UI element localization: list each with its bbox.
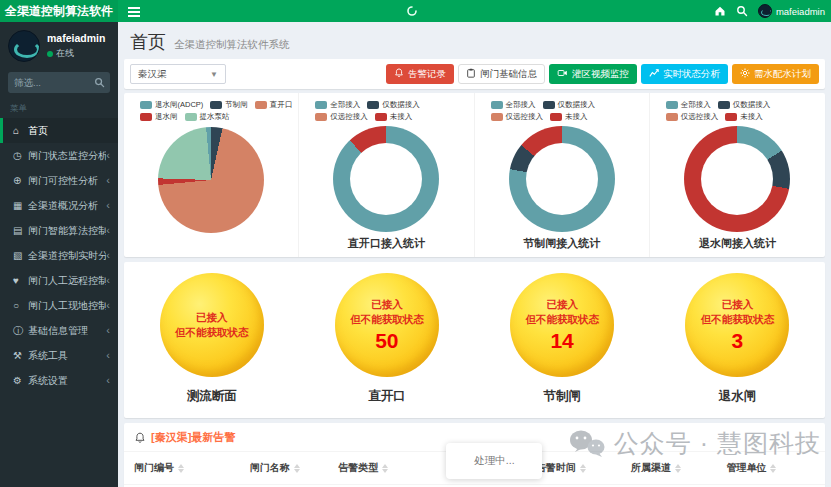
legend-color-chip — [140, 113, 152, 121]
ball-note-line1: 已接入 — [371, 297, 403, 312]
processing-indicator: 处理中... — [446, 443, 542, 479]
legend-item[interactable]: 全部接入 — [491, 100, 536, 110]
sidebar-item-4[interactable]: ▤闸门智能算法控制‹ — [0, 218, 118, 243]
video-icon — [557, 68, 568, 80]
alarm-column-header-4[interactable]: 所属渠道 — [631, 461, 726, 475]
wrench-icon: ⚒ — [13, 350, 28, 361]
sidebar-item-label: 闸门可控性分析 — [28, 174, 106, 188]
toolbar-button-2[interactable]: 灌区视频监控 — [549, 64, 637, 84]
sidebar-item-label: 全渠道概况分析 — [28, 199, 106, 213]
legend-item[interactable]: 未接入 — [375, 112, 413, 122]
legend-label: 退水闸 — [155, 112, 178, 122]
legend-color-chip — [491, 101, 503, 109]
stats-panel: 已接入但不能获取状态测流断面已接入但不能获取状态50直开口已接入但不能获取状态1… — [124, 262, 825, 418]
search-icon[interactable] — [736, 5, 749, 18]
chart-title: 退水闸接入统计 — [654, 236, 821, 251]
chart-legend: 退水闸(ADCP)节制闸直开口退水闸提水泵站 — [128, 100, 294, 122]
legend-item[interactable]: 仅远控接入 — [315, 112, 368, 122]
chart-legend: 全部接入仅数据接入仅远控接入未接入 — [303, 100, 469, 122]
chevron-left-icon: ‹ — [106, 300, 110, 311]
legend-item[interactable]: 仅远控接入 — [491, 112, 544, 122]
chevron-left-icon: ‹ — [106, 150, 110, 161]
globe-icon: ⊕ — [13, 175, 28, 186]
avatar[interactable] — [8, 30, 40, 62]
sidebar-item-10[interactable]: ⚙系统设置‹ — [0, 368, 118, 393]
sort-icon — [382, 464, 388, 473]
sidebar-item-3[interactable]: ▦全渠道概况分析‹ — [0, 193, 118, 218]
legend-color-chip — [255, 101, 267, 109]
stat-0: 已接入但不能获取状态测流断面 — [124, 262, 299, 418]
legend-item[interactable]: 直开口 — [255, 100, 293, 110]
toolbar-button-1[interactable]: 闸门基础信息 — [458, 64, 545, 84]
ball-note-line2: 但不能获取状态 — [525, 312, 599, 327]
gear-icon: ⚙ — [13, 375, 28, 386]
sidebar-item-1[interactable]: ◷闸门状态监控分析‹ — [0, 143, 118, 168]
legend-item[interactable]: 退水闸 — [140, 112, 178, 122]
charts-panel: 退水闸(ADCP)节制闸直开口退水闸提水泵站全部接入仅数据接入仅远控接入未接入直… — [124, 93, 825, 257]
status-ball: 已接入但不能获取状态14 — [510, 273, 614, 377]
sidebar-item-8[interactable]: ⓘ基础信息管理‹ — [0, 318, 118, 343]
legend-color-chip — [210, 101, 222, 109]
ball-note-line1: 已接入 — [722, 297, 754, 312]
legend-color-chip — [543, 101, 555, 109]
legend-item[interactable]: 未接入 — [725, 112, 763, 122]
sidebar-item-2[interactable]: ⊕闸门可控性分析‹ — [0, 168, 118, 193]
legend-color-chip — [375, 113, 387, 121]
toolbar-button-label: 实时状态分析 — [663, 68, 720, 81]
chart-2: 全部接入仅数据接入仅远控接入未接入节制闸接入统计 — [475, 93, 650, 257]
chart-3: 全部接入仅数据接入仅远控接入未接入退水闸接入统计 — [650, 93, 825, 257]
chevron-left-icon: ‹ — [106, 250, 110, 261]
legend-item[interactable]: 仅远控接入 — [666, 112, 719, 122]
sort-icon — [675, 464, 681, 473]
alarm-column-header-3[interactable]: 告警时间 — [536, 461, 631, 475]
legend-color-chip — [666, 113, 678, 121]
sidebar-toggle-hamburger-icon[interactable] — [128, 5, 142, 17]
info-icon: ⓘ — [13, 324, 28, 338]
chevron-left-icon: ‹ — [106, 200, 110, 211]
legend-color-chip — [491, 113, 503, 121]
sidebar-item-5[interactable]: ▧全渠道控制实时分析‹ — [0, 243, 118, 268]
sidebar-item-6[interactable]: ♥闸门人工远程控制‹ — [0, 268, 118, 293]
alarm-column-header-5[interactable]: 管理单位 — [726, 461, 815, 475]
app-logo-title[interactable]: 全渠道控制算法软件 — [0, 0, 118, 22]
sidebar-item-label: 首页 — [28, 124, 110, 138]
navbar-user[interactable]: mafeiadmin — [758, 4, 825, 18]
column-label: 闸门名称 — [250, 461, 290, 475]
legend-item[interactable]: 节制闸 — [210, 100, 248, 110]
sidebar-filter-input[interactable] — [8, 77, 88, 88]
sidebar-item-7[interactable]: ○闸门人工现地控制‹ — [0, 293, 118, 318]
chart-title: 节制闸接入统计 — [479, 236, 645, 251]
alarm-column-header-1[interactable]: 闸门名称 — [250, 461, 339, 475]
legend-item[interactable]: 仅数据接入 — [718, 100, 771, 110]
toolbar-button-3[interactable]: 实时状态分析 — [641, 64, 728, 84]
legend-item[interactable]: 退水闸(ADCP) — [140, 100, 203, 110]
legend-item[interactable]: 仅数据接入 — [543, 100, 596, 110]
alarm-column-header-0[interactable]: 闸门编号 — [134, 461, 250, 475]
toolbar-button-0[interactable]: 告警记录 — [386, 64, 454, 84]
chevron-left-icon: ‹ — [106, 325, 110, 336]
circle-icon: ○ — [13, 300, 28, 311]
channel-select[interactable]: 秦汉渠 ▼ — [130, 64, 226, 84]
clock-icon: ◷ — [13, 150, 28, 161]
pie-chart — [158, 127, 264, 233]
sidebar-search-button[interactable] — [88, 72, 110, 93]
sidebar-item-label: 系统设置 — [28, 374, 106, 388]
donut-chart — [333, 126, 439, 232]
toolbar-button-4[interactable]: 需水配水计划 — [732, 64, 819, 84]
legend-item[interactable]: 全部接入 — [315, 100, 360, 110]
stat-label: 测流断面 — [187, 388, 237, 405]
sidebar-menu: ⌂首页◷闸门状态监控分析‹⊕闸门可控性分析‹▦全渠道概况分析‹▤闸门智能算法控制… — [0, 118, 118, 393]
donut-chart — [684, 126, 790, 232]
legend-item[interactable]: 全部接入 — [666, 100, 711, 110]
legend-item[interactable]: 提水泵站 — [185, 112, 230, 122]
top-navbar: 全渠道控制算法软件 mafeiadmin — [0, 0, 831, 22]
sidebar-item-label: 闸门状态监控分析 — [28, 149, 106, 163]
legend-item[interactable]: 未接入 — [550, 112, 588, 122]
home-icon[interactable] — [714, 5, 727, 18]
sidebar-item-label: 基础信息管理 — [28, 324, 106, 338]
sort-icon — [580, 464, 586, 473]
sidebar-item-0[interactable]: ⌂首页 — [0, 118, 118, 143]
legend-color-chip — [725, 113, 737, 121]
sidebar-item-9[interactable]: ⚒系统工具‹ — [0, 343, 118, 368]
legend-item[interactable]: 仅数据接入 — [367, 100, 420, 110]
